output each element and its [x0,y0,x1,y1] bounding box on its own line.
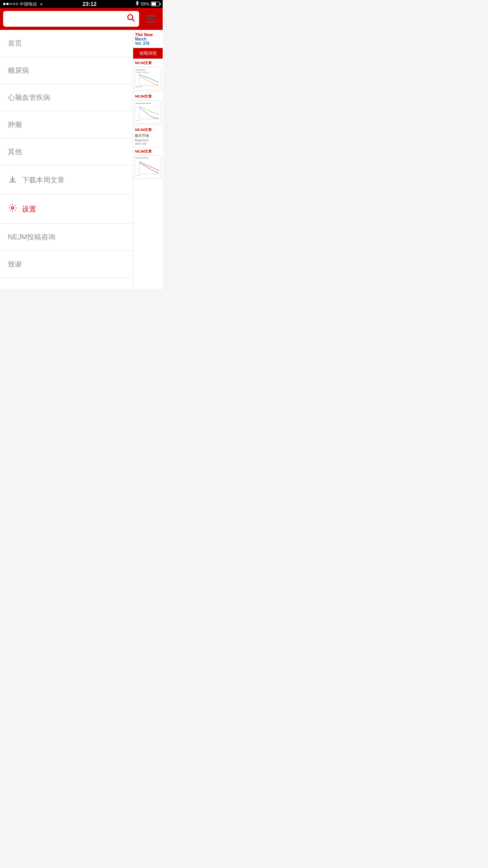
journal-title-area: The New March Vol. 376 [133,30,163,48]
sidebar-item-submission[interactable]: NEJM投稿咨询 [0,224,133,251]
svg-point-0 [128,15,133,20]
right-panel-section-3: NEJM文章 膝关节钱 Raymond 2017-02 [133,125,163,147]
status-left: 中国电信 [3,1,44,7]
hamburger-line-2 [146,18,156,20]
carrier-label: 中国电信 [20,1,37,7]
journal-march: March [135,37,161,41]
right-panel-section-1: NEJM文章 Overall Survival Probability of O… [133,59,163,92]
sidebar-label-settings: 设置 [22,204,36,214]
bluetooth-icon [135,1,139,7]
right-panel-section-4: NEJM文章 Overall Survival, All Patients Ye… [133,147,163,180]
gear-icon [8,203,17,215]
search-icon[interactable] [127,13,135,24]
status-right: 59% [135,1,160,7]
status-bar: 中国电信 23:12 59% [0,0,163,8]
nejm-label-4: NEJM文章 [135,149,161,154]
article-title-3: 膝关节钱 [135,134,161,138]
nejm-label-3: NEJM文章 [135,127,161,132]
sidebar-label-tumor: 肿瘤 [8,120,22,129]
sidebar-item-other[interactable]: 其他 [0,138,133,166]
right-panel: The New March Vol. 376 按期浏览 NEJM文章 Overa… [133,30,163,289]
svg-text:Months since: Months since [136,86,142,88]
svg-point-3 [11,207,14,209]
svg-rect-2 [9,181,16,182]
svg-line-1 [132,19,135,21]
nejm-label-2: NEJM文章 [135,94,161,99]
journal-vol: Vol. 376 [135,41,161,46]
battery-percent: 59% [141,2,149,6]
sidebar-item-cardio[interactable]: 心脑血管疾病 [0,84,133,111]
hamburger-line-3 [146,21,156,22]
signal-dots [3,3,18,5]
svg-text:Years since: Years since [136,175,141,176]
sidebar-item-acknowledgement[interactable]: 致谢 [0,251,133,278]
time-label: 23:12 [83,1,97,7]
sidebar-item-tumor[interactable]: 肿瘤 [0,111,133,138]
wifi-icon [39,2,44,7]
sidebar-label-download: 下载本周文章 [22,175,64,185]
svg-text:Probability of Overall Surviva: Probability of Overall Survival [136,71,149,73]
menu-button[interactable] [142,10,160,28]
nejm-label-1: NEJM文章 [135,61,161,66]
svg-text:Progression-free Survival: Progression-free Survival [136,103,151,104]
article-date-3: 2017-02 [135,142,161,145]
sidebar-label-other: 其他 [8,147,22,156]
sidebar-label-diabetes: 糖尿病 [8,66,29,75]
search-bar[interactable] [3,11,139,27]
sidebar-item-home[interactable]: 首页 [0,30,133,57]
chart-survival-3: Overall Survival, All Patients Years sin… [135,155,161,179]
sidebar-item-settings[interactable]: 设置 [0,195,133,224]
battery-icon [151,2,160,6]
search-input[interactable] [7,15,127,22]
sidebar-label-cardio: 心脑血管疾病 [8,93,50,102]
hamburger-line-1 [146,15,156,17]
main-layout: 首页 糖尿病 心脑血管疾病 肿瘤 其他 下载本周文章 [0,30,163,289]
article-author-3: Raymond [135,138,161,142]
svg-text:Overall Survival: Overall Survival [136,69,145,71]
svg-text:Overall Survival, All Patients: Overall Survival, All Patients [136,157,149,158]
app-header [0,8,163,30]
sidebar-label-submission: NEJM投稿咨询 [8,232,55,242]
sidebar: 首页 糖尿病 心脑血管疾病 肿瘤 其他 下载本周文章 [0,30,133,289]
right-panel-section-2: NEJM文章 Progression-free Survival 100 50 … [133,92,163,125]
sidebar-label-home: 首页 [8,39,22,48]
sidebar-item-download[interactable]: 下载本周文章 [0,166,133,195]
browse-by-issue-btn[interactable]: 按期浏览 [133,48,163,59]
browse-by-issue-label: 按期浏览 [139,51,157,55]
chart-survival-2: Progression-free Survival 100 50 Months … [135,100,161,124]
sidebar-label-acknowledgement: 致谢 [8,259,22,269]
download-icon [8,174,17,186]
journal-the-new: The New [135,32,161,37]
chart-survival-1: Overall Survival Probability of Overall … [135,67,161,90]
sidebar-item-diabetes[interactable]: 糖尿病 [0,57,133,84]
